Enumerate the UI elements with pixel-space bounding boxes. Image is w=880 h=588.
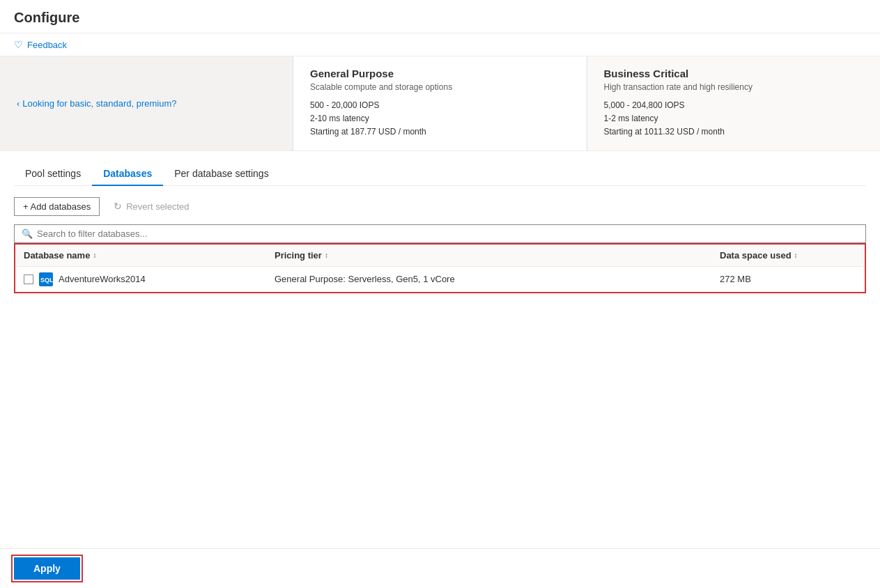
sort-data-space-icon[interactable]: ↕ <box>794 252 798 259</box>
sort-pricing-icon[interactable]: ↕ <box>325 252 328 259</box>
search-bar: 🔍 <box>14 224 866 243</box>
footer-bar: Apply <box>0 548 880 588</box>
tab-pool-settings[interactable]: Pool settings <box>14 162 92 186</box>
sort-db-name-icon[interactable]: ↕ <box>93 252 96 259</box>
general-purpose-card: General Purpose Scalable compute and sto… <box>293 56 587 150</box>
tier-section: ‹ Looking for basic, standard, premium? … <box>0 56 880 151</box>
svg-text:SQL: SQL <box>40 277 53 284</box>
general-purpose-details: 500 - 20,000 IOPS 2-10 ms latency Starti… <box>310 99 570 139</box>
table-header: Database name ↕ Pricing tier ↕ Data spac… <box>15 245 865 267</box>
business-critical-title: Business Critical <box>604 68 864 79</box>
business-critical-subtitle: High transaction rate and high resilienc… <box>604 82 864 92</box>
toolbar: + Add databases ↻ Revert selected <box>14 197 866 216</box>
business-critical-details: 5,000 - 204,800 IOPS 1-2 ms latency Star… <box>604 99 864 139</box>
tab-per-database-settings[interactable]: Per database settings <box>163 162 279 186</box>
apply-button[interactable]: Apply <box>14 557 80 580</box>
cell-data-space: 272 MB <box>711 274 865 284</box>
cell-pricing-tier: General Purpose: Serverless, Gen5, 1 vCo… <box>266 274 711 284</box>
col-header-pricing-tier: Pricing tier ↕ <box>266 250 711 261</box>
search-input[interactable] <box>37 229 858 239</box>
chevron-left-icon: ‹ <box>17 98 20 109</box>
feedback-bar: ♡ Feedback <box>0 33 880 56</box>
db-sql-icon: SQL <box>39 272 53 286</box>
db-row-checkbox[interactable] <box>24 274 33 284</box>
col-header-db-name: Database name ↕ <box>15 250 266 261</box>
search-icon: 🔍 <box>22 229 33 239</box>
col-header-data-space: Data space used ↕ <box>711 250 865 261</box>
basic-standard-premium-link[interactable]: ‹ Looking for basic, standard, premium? <box>17 98 176 109</box>
tabs-bar: Pool settings Databases Per database set… <box>14 162 866 186</box>
main-content: Pool settings Databases Per database set… <box>0 151 880 548</box>
heart-icon: ♡ <box>14 39 23 50</box>
general-purpose-title: General Purpose <box>310 68 570 79</box>
database-table: Database name ↕ Pricing tier ↕ Data spac… <box>14 243 866 293</box>
table-row: SQL AdventureWorks2014 General Purpose: … <box>15 267 865 292</box>
revert-icon: ↻ <box>114 201 122 212</box>
cell-db-name: SQL AdventureWorks2014 <box>15 272 266 286</box>
general-purpose-subtitle: Scalable compute and storage options <box>310 82 570 92</box>
tab-databases[interactable]: Databases <box>92 162 163 186</box>
revert-selected-button[interactable]: ↻ Revert selected <box>108 197 194 215</box>
feedback-link[interactable]: Feedback <box>27 40 67 50</box>
db-name-value: AdventureWorks2014 <box>59 274 146 284</box>
business-critical-card: Business Critical High transaction rate … <box>587 56 881 150</box>
tier-left: ‹ Looking for basic, standard, premium? <box>0 56 293 150</box>
page-title: Configure <box>0 0 880 33</box>
add-databases-button[interactable]: + Add databases <box>14 197 100 216</box>
